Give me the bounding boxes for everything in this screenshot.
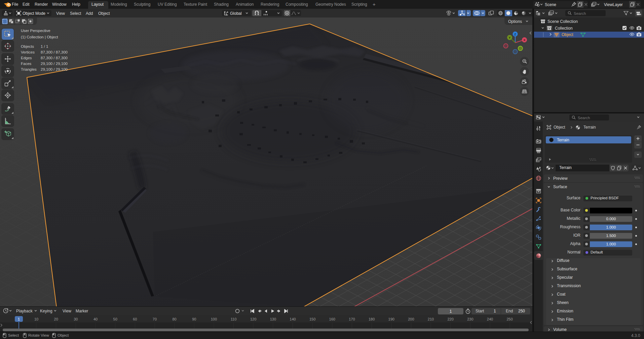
svg-text:X: X (523, 38, 526, 42)
svg-text:Z: Z (514, 32, 516, 36)
svg-text:Y: Y (508, 36, 511, 39)
